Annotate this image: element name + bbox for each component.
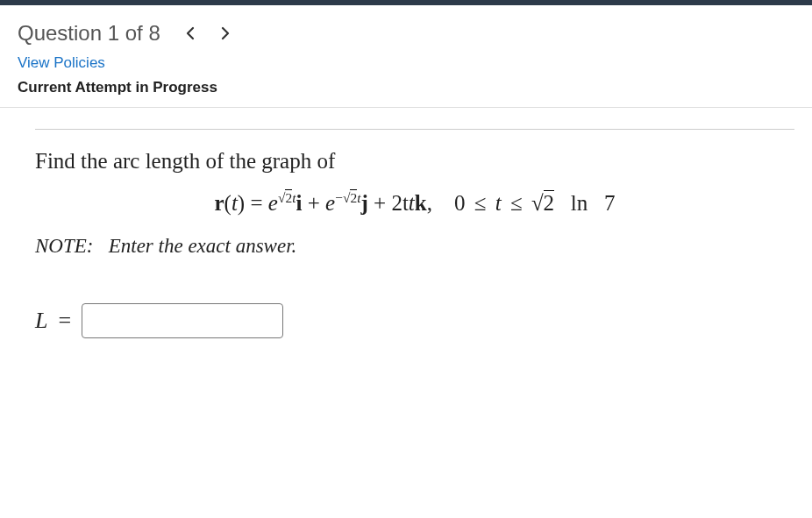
plus-2: +	[374, 191, 391, 215]
answer-input[interactable]	[82, 303, 283, 338]
question-content: Find the arc length of the graph of r(t)…	[35, 129, 794, 338]
space2	[594, 191, 599, 215]
problem-prompt: Find the arc length of the graph of	[35, 149, 794, 174]
problem-note: NOTE: Enter the exact answer.	[35, 235, 794, 258]
unit-k: k	[415, 191, 427, 215]
base-e-2: e	[325, 191, 335, 215]
space	[559, 191, 565, 215]
view-policies-row: View Policies	[0, 54, 812, 79]
note-label: NOTE:	[35, 235, 93, 257]
vector-r: r	[214, 191, 224, 215]
sqrt2: √2	[531, 190, 554, 216]
answer-variable: L	[35, 308, 47, 334]
exp-1: √2t	[278, 190, 296, 205]
note-text: Enter the exact answer.	[109, 235, 297, 257]
unit-i: i	[296, 191, 302, 215]
le-1: ≤	[471, 191, 490, 215]
attempt-status: Current Attempt in Progress	[0, 79, 812, 108]
coeff-2t: 2tt	[391, 191, 414, 215]
chevron-right-icon	[220, 26, 231, 40]
question-nav	[185, 26, 231, 40]
unit-j: j	[360, 191, 367, 215]
chevron-left-icon	[185, 26, 196, 40]
view-policies-link[interactable]: View Policies	[18, 54, 105, 71]
comma: ,	[427, 191, 432, 215]
close-paren: )	[238, 191, 245, 215]
question-number-label: Question 1 of 8	[18, 21, 160, 46]
question-header: Question 1 of 8	[0, 5, 812, 54]
prev-question-button[interactable]	[185, 26, 196, 40]
equals-sign: =	[250, 191, 267, 215]
param-t: t	[231, 191, 238, 215]
ln-arg: 7	[604, 191, 616, 215]
answer-equals: =	[58, 308, 71, 334]
le-2: ≤	[507, 191, 526, 215]
next-question-button[interactable]	[220, 26, 231, 40]
problem-equation: r(t) = e√2ti + e−√2tj + 2ttk, 0 ≤ t ≤ √2…	[35, 189, 794, 216]
bound-var: t	[495, 191, 502, 215]
plus-1: +	[308, 191, 325, 215]
bound-lower: 0	[454, 191, 466, 215]
ln-label: ln	[571, 191, 588, 215]
open-paren: (	[224, 191, 231, 215]
exp-2: −√2t	[335, 190, 360, 205]
answer-row: L =	[35, 303, 794, 338]
base-e-1: e	[268, 191, 278, 215]
